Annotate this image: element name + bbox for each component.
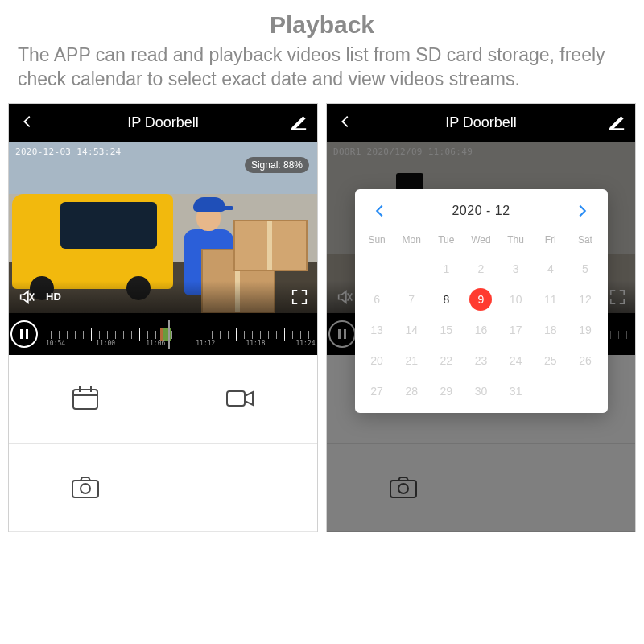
calendar-day <box>568 376 602 407</box>
calendar-day[interactable]: 8 <box>429 284 464 315</box>
calendar-day <box>360 254 394 284</box>
calendar-day[interactable]: 29 <box>429 376 464 407</box>
calendar-grid: SunMonTueWedThuFriSat1234567891011121314… <box>360 229 603 407</box>
timeline-tick-labels: 10:5411:0011:0611:1211:1811:24 <box>43 340 316 347</box>
svg-rect-7 <box>227 391 245 406</box>
quality-label[interactable]: HD <box>46 291 61 303</box>
pause-button[interactable] <box>10 320 38 348</box>
calendar-day[interactable]: 6 <box>360 284 394 315</box>
svg-point-10 <box>80 484 90 493</box>
calendar-day[interactable]: 19 <box>568 315 602 345</box>
video-player[interactable]: 2020-12-03 14:53:24 Signal: 88% HD <box>9 142 317 313</box>
calendar-day[interactable]: 20 <box>360 345 394 376</box>
prev-month-icon[interactable] <box>371 202 389 220</box>
phone-left: IP Doorbell 2020-12-03 14:53:24 Signal: … <box>8 103 318 532</box>
page-description: The APP can read and playback videos lis… <box>0 43 644 103</box>
timeline-tick: 10:54 <box>46 340 65 347</box>
timeline-tick: 11:06 <box>146 340 165 347</box>
dual-phone-preview: IP Doorbell 2020-12-03 14:53:24 Signal: … <box>0 103 644 532</box>
empty-cell <box>163 444 318 532</box>
calendar-day[interactable]: 10 <box>498 284 533 315</box>
calendar-day[interactable]: 11 <box>533 284 568 315</box>
signal-badge: Signal: 88% <box>245 157 309 173</box>
timeline-tick: 11:18 <box>246 340 265 347</box>
app-header: IP Doorbell <box>327 104 635 142</box>
timeline-tick: 11:12 <box>196 340 215 347</box>
calendar-day[interactable]: 31 <box>498 376 533 407</box>
header-title: IP Doorbell <box>127 114 199 131</box>
back-icon[interactable] <box>336 113 354 134</box>
calendar-day[interactable]: 4 <box>533 254 568 284</box>
calendar-day[interactable]: 25 <box>533 345 568 376</box>
calendar-dayname: Fri <box>533 229 568 254</box>
video-timestamp: 2020-12-03 14:53:24 <box>15 147 122 157</box>
edit-icon[interactable] <box>290 113 308 134</box>
phone-right: IP Doorbell DOOR1 2020/12/09 11:06:49 <box>326 103 636 532</box>
calendar-popup: 2020 - 12 SunMonTueWedThuFriSat123456789… <box>355 189 608 413</box>
fullscreen-icon[interactable] <box>288 286 311 308</box>
calendar-day[interactable]: 13 <box>360 315 394 345</box>
calendar-day[interactable]: 17 <box>498 315 533 345</box>
calendar-day[interactable]: 23 <box>464 345 498 376</box>
calendar-day[interactable]: 14 <box>394 315 429 345</box>
calendar-day[interactable]: 22 <box>429 345 464 376</box>
svg-rect-3 <box>73 390 97 409</box>
page-title: Playback <box>0 0 644 43</box>
edit-icon[interactable] <box>608 113 625 134</box>
timeline-tick: 11:00 <box>96 340 115 347</box>
calendar-dayname: Wed <box>464 229 498 254</box>
timeline-bar[interactable]: 10:5411:0011:0611:1211:1811:24 <box>9 313 317 355</box>
record-button[interactable] <box>163 355 318 444</box>
timeline-tick: 11:24 <box>295 340 315 347</box>
app-header: IP Doorbell <box>9 104 317 142</box>
mute-icon[interactable] <box>15 286 38 308</box>
calendar-day[interactable]: 28 <box>394 376 429 407</box>
svg-marker-8 <box>245 392 253 405</box>
calendar-day <box>394 254 429 284</box>
tool-grid <box>9 355 317 532</box>
calendar-day[interactable]: 3 <box>498 254 533 284</box>
snapshot-button[interactable] <box>9 444 163 532</box>
calendar-dayname: Thu <box>498 229 533 254</box>
calendar-dayname: Tue <box>429 229 464 254</box>
calendar-day[interactable]: 9 <box>464 284 498 315</box>
header-title: IP Doorbell <box>445 114 517 131</box>
video-controls-overlay: HD <box>9 281 317 313</box>
timeline-ruler[interactable]: 10:5411:0011:0611:1211:1811:24 <box>43 320 316 349</box>
calendar-day <box>533 376 568 407</box>
calendar-day[interactable]: 16 <box>464 315 498 345</box>
calendar-day[interactable]: 15 <box>429 315 464 345</box>
calendar-day[interactable]: 18 <box>533 315 568 345</box>
calendar-day[interactable]: 7 <box>394 284 429 315</box>
next-month-icon[interactable] <box>573 202 591 220</box>
calendar-day[interactable]: 1 <box>429 254 464 284</box>
back-icon[interactable] <box>19 113 36 134</box>
calendar-month-label: 2020 - 12 <box>452 204 510 218</box>
calendar-day[interactable]: 30 <box>464 376 498 407</box>
calendar-day[interactable]: 5 <box>568 254 602 284</box>
calendar-day[interactable]: 2 <box>464 254 498 284</box>
calendar-day[interactable]: 24 <box>498 345 533 376</box>
calendar-day[interactable]: 26 <box>568 345 602 376</box>
calendar-dayname: Sat <box>568 229 602 254</box>
calendar-day[interactable]: 27 <box>360 376 394 407</box>
calendar-button[interactable] <box>9 355 163 444</box>
calendar-day[interactable]: 21 <box>394 345 429 376</box>
calendar-dayname: Sun <box>360 229 394 254</box>
calendar-dayname: Mon <box>394 229 429 254</box>
calendar-day[interactable]: 12 <box>568 284 602 315</box>
